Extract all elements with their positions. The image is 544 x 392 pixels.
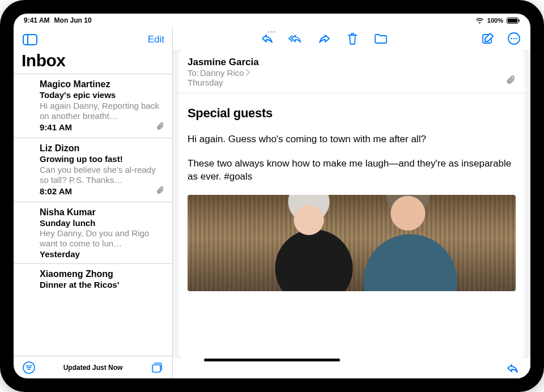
compose-stack-button[interactable] [148, 360, 165, 375]
ipad-frame: 9:41 AM Mon Jun 10 100% ••• [0, 0, 544, 392]
list-preview: Can you believe she's al-ready so tall? … [40, 165, 164, 185]
paperclip-icon [156, 186, 164, 197]
message-date: Thursday [188, 78, 516, 87]
list-subject: Growing up too fast! [40, 154, 164, 165]
mailbox-title: Inbox [14, 50, 172, 74]
list-sender: Magico Martinez [40, 79, 164, 90]
battery-percent: 100% [487, 17, 503, 24]
list-preview: Hi again Danny, Reporting back on anothe… [40, 101, 164, 121]
paperclip-icon [156, 122, 164, 133]
screen: 9:41 AM Mon Jun 10 100% ••• [14, 14, 530, 378]
home-indicator[interactable] [204, 359, 340, 361]
trash-button[interactable] [345, 31, 360, 46]
edit-button[interactable]: Edit [148, 34, 164, 45]
message-subject: Special guests [188, 106, 516, 121]
status-date: Mon Jun 10 [54, 16, 92, 24]
svg-point-11 [516, 38, 517, 40]
move-folder-button[interactable] [373, 31, 388, 46]
sidebar-footer: Updated Just Now [14, 356, 172, 378]
sync-status: Updated Just Now [37, 364, 148, 372]
svg-rect-1 [508, 19, 517, 23]
to-label: To: [188, 68, 199, 78]
app-body: Edit Inbox Magico Martinez Today's epic … [14, 27, 530, 378]
svg-point-10 [513, 38, 515, 40]
paperclip-icon [507, 75, 516, 87]
reply-all-button[interactable] [288, 31, 303, 46]
reply-footer-button[interactable] [505, 361, 520, 376]
message-sender: Jasmine Garcia [188, 57, 516, 68]
message-attachment-image[interactable] [188, 195, 516, 291]
drag-handle-icon[interactable]: ••• [267, 28, 277, 36]
list-item[interactable]: Liz Dizon Growing up too fast! Can you b… [14, 138, 172, 202]
message-paragraph: Hi again. Guess who's coming to town wit… [188, 133, 516, 146]
status-time: 9:41 AM [24, 16, 50, 24]
battery-icon [507, 18, 520, 24]
message-to-row[interactable]: To: Danny Rico [188, 68, 516, 78]
list-time: 8:02 AM [40, 186, 72, 196]
message-pane: Jasmine Garcia To: Danny Rico Thursday [173, 27, 530, 378]
wifi-icon [475, 18, 484, 24]
more-button[interactable] [507, 31, 521, 46]
message-body[interactable]: Special guests Hi again. Guess who's com… [178, 93, 525, 358]
list-subject: Today's epic views [40, 90, 164, 101]
svg-rect-6 [152, 365, 160, 372]
message-card: Jasmine Garcia To: Danny Rico Thursday [178, 50, 525, 358]
message-header[interactable]: Jasmine Garcia To: Danny Rico Thursday [178, 50, 525, 93]
forward-button[interactable] [317, 31, 332, 46]
list-item[interactable]: Xiaomeng Zhong Dinner at the Ricos' [14, 264, 172, 295]
compose-button[interactable] [481, 31, 495, 46]
list-sender: Nisha Kumar [40, 207, 164, 218]
message-list[interactable]: Magico Martinez Today's epic views Hi ag… [14, 74, 172, 356]
filter-button[interactable] [20, 360, 37, 375]
list-subject: Sunday lunch [40, 218, 164, 229]
sidebar-toggle-button[interactable] [22, 32, 39, 47]
sidebar: Edit Inbox Magico Martinez Today's epic … [14, 27, 173, 378]
list-item[interactable]: Nisha Kumar Sunday lunch Hey Danny, Do y… [14, 202, 172, 265]
list-item[interactable]: Magico Martinez Today's epic views Hi ag… [14, 74, 172, 138]
list-time: 9:41 AM [40, 122, 72, 132]
list-time: Yesterday [40, 249, 80, 259]
chevron-right-icon [245, 68, 250, 78]
message-paragraph: These two always know how to make me lau… [188, 157, 516, 184]
svg-point-9 [511, 38, 512, 40]
list-preview: Hey Danny, Do you and Rigo want to come … [40, 228, 164, 249]
list-subject: Dinner at the Ricos' [40, 280, 164, 291]
svg-rect-2 [519, 19, 520, 22]
message-toolbar [173, 27, 530, 50]
list-sender: Xiaomeng Zhong [40, 269, 164, 280]
status-bar: 9:41 AM Mon Jun 10 100% [14, 14, 530, 27]
list-sender: Liz Dizon [40, 143, 164, 154]
svg-rect-3 [23, 35, 37, 45]
to-recipient: Danny Rico [200, 68, 244, 78]
